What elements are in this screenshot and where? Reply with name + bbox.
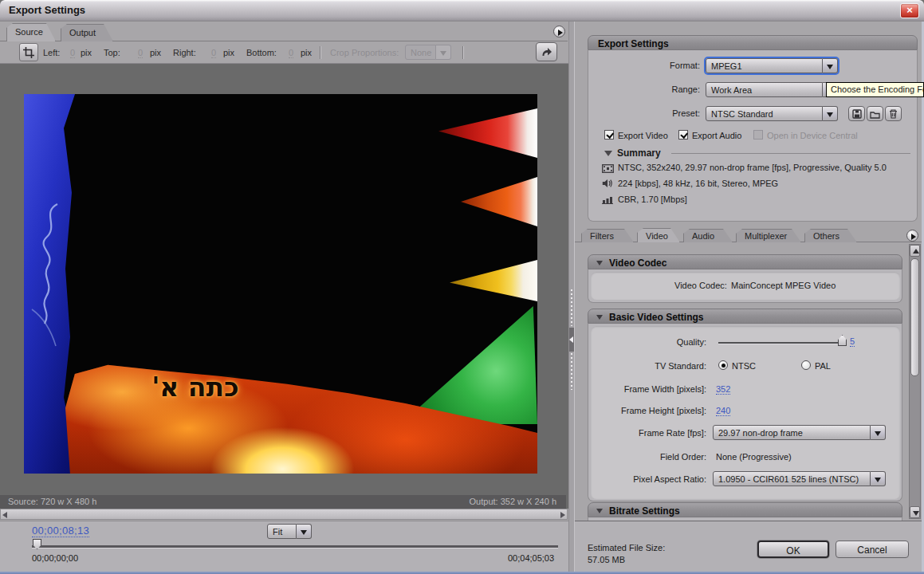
quality-value[interactable]: 5 [850, 336, 855, 347]
bitrate-settings-title: Bitrate Settings [609, 505, 680, 517]
basic-video-settings-header[interactable]: Basic Video Settings [588, 309, 902, 324]
device-central-label: Open in Device Central [767, 131, 858, 140]
vscroll-up-button[interactable] [910, 245, 920, 257]
timeline-track[interactable] [32, 545, 558, 548]
arrow-down-icon [913, 511, 919, 516]
tab-audio-label: Audio [692, 231, 714, 241]
output-dimensions: Output: 352 w X 240 h [470, 497, 556, 506]
bitrate-settings-header[interactable]: Bitrate Settings [588, 502, 902, 517]
crop-toolbar: Left: 0 pix Top: 0 pix Right: 0 pix Bott… [0, 41, 568, 63]
pixel-aspect-ratio-select[interactable]: 1.0950 - CCIR601 525 lines (NTSC) [713, 471, 886, 486]
quality-slider-handle[interactable] [838, 335, 847, 346]
tab-source-label: Source [15, 27, 43, 37]
splitter-collapse-handle[interactable] [569, 328, 574, 352]
crop-top-label: Top: [104, 48, 120, 57]
preset-select[interactable]: NTSC Standard [706, 106, 838, 121]
audio-summary-icon [602, 179, 613, 188]
preview-hscrollbar[interactable] [0, 509, 568, 520]
frame-rate-dropdown-button[interactable] [871, 425, 886, 440]
vscroll-down-button[interactable] [910, 506, 920, 518]
frame-width-value[interactable]: 352 [716, 384, 730, 395]
title-bar[interactable]: Export Settings × [0, 0, 924, 22]
zoom-level-select[interactable]: Fit [267, 524, 312, 539]
ntsc-radio[interactable] [718, 360, 728, 370]
crop-right-value[interactable]: 0 [211, 48, 216, 58]
tab-filters[interactable]: Filters [581, 229, 634, 242]
field-order-value: None (Progressive) [716, 452, 792, 462]
chevron-down-icon [827, 112, 833, 117]
video-preview-frame[interactable]: כתה א' [24, 94, 537, 474]
tab-others[interactable]: Others [804, 229, 857, 242]
preview-yellow-pencil [450, 260, 537, 301]
hscroll-right-button[interactable] [558, 509, 567, 519]
crop-left-label: Left: [43, 48, 60, 57]
toolbar-separator [320, 46, 320, 59]
quality-slider-track[interactable] [718, 342, 844, 344]
video-codec-label: Video Codec: [674, 281, 727, 290]
import-preset-button[interactable] [867, 106, 883, 121]
curved-arrow-icon [541, 46, 552, 58]
playhead-handle[interactable] [33, 539, 41, 549]
frame-height-value[interactable]: 240 [716, 406, 730, 416]
bitrate-summary-icon [602, 195, 613, 204]
frame-rate-select[interactable]: 29.97 non-drop frame [713, 425, 886, 440]
export-video-checkbox[interactable] [604, 130, 614, 140]
settings-vscrollbar[interactable] [909, 244, 921, 519]
tab-filters-label: Filters [590, 231, 614, 241]
format-select[interactable]: MPEG1 [706, 58, 838, 73]
tab-output[interactable]: Output [61, 24, 113, 41]
summary-disclosure-icon[interactable] [604, 151, 612, 156]
crop-bottom-value[interactable]: 0 [289, 48, 293, 58]
tab-audio[interactable]: Audio [683, 229, 733, 242]
panel-splitter[interactable] [568, 22, 575, 574]
range-select[interactable]: Work Area [706, 82, 838, 97]
export-frame-button[interactable] [536, 42, 557, 61]
crop-left-value[interactable]: 0 [70, 48, 75, 58]
export-audio-checkbox[interactable] [678, 130, 688, 140]
collapse-arrow-icon [569, 336, 573, 343]
vscroll-thumb[interactable] [910, 258, 919, 376]
cancel-button[interactable]: Cancel [836, 541, 909, 558]
tab-video[interactable]: Video [637, 228, 680, 242]
preview-area: כתה א' Source: 720 w X 480 h Output: 352… [0, 63, 568, 509]
quality-label: Quality: [591, 337, 706, 347]
dialog-footer: Estimated File Size: 57.05 MB OK Cancel [575, 521, 924, 572]
range-value: Work Area [706, 82, 823, 97]
frame-rate-value: 29.97 non-drop frame [713, 425, 871, 440]
current-timecode[interactable]: 00;00;08;13 [32, 525, 89, 537]
pal-radio[interactable] [801, 360, 811, 370]
export-settings-title: Export Settings [598, 38, 669, 49]
preview-blue-scribble [27, 190, 83, 349]
format-value: MPEG1 [706, 58, 823, 73]
arrow-up-icon [913, 249, 919, 254]
source-panel-menu-button[interactable] [553, 26, 565, 37]
video-codec-panel: Video Codec: MainConcept MPEG Video [591, 272, 900, 300]
frame-rate-label: Frame Rate [fps]: [591, 428, 706, 438]
export-settings-header[interactable]: Export Settings [588, 35, 918, 50]
delete-preset-button[interactable] [885, 106, 902, 121]
save-preset-button[interactable] [848, 106, 865, 121]
tab-multiplexer-label: Multiplexer [745, 231, 787, 241]
tab-multiplexer[interactable]: Multiplexer [736, 229, 801, 242]
format-dropdown-button[interactable] [823, 58, 838, 73]
tab-source[interactable]: Source [6, 23, 56, 41]
export-settings-dialog: Export Settings × Source Output Left: 0 … [0, 0, 924, 574]
splitter-dots [571, 353, 572, 390]
preview-green-triangle [400, 306, 537, 424]
crop-right-label: Right: [173, 48, 196, 57]
chevron-down-icon [301, 530, 307, 535]
zoom-level-dropdown-button[interactable] [297, 524, 312, 539]
preset-dropdown-button[interactable] [823, 106, 838, 121]
estimated-file-size-value: 57.05 MB [588, 555, 625, 564]
hscroll-left-button[interactable] [1, 509, 10, 519]
summary-video-line: NTSC, 352x240, 29.97 non-drop frame [fps… [618, 163, 887, 172]
toolbar-separator [462, 46, 463, 59]
close-button[interactable]: × [900, 3, 919, 18]
options-panel-menu-button[interactable] [906, 230, 918, 242]
preview-hebrew-caption: כתה א' [136, 372, 255, 403]
video-codec-header[interactable]: Video Codec [588, 254, 902, 269]
ok-button[interactable]: OK [757, 541, 829, 558]
pixel-aspect-ratio-dropdown-button[interactable] [871, 471, 886, 486]
crop-top-value[interactable]: 0 [138, 48, 143, 58]
crop-tool-button[interactable] [19, 43, 38, 61]
